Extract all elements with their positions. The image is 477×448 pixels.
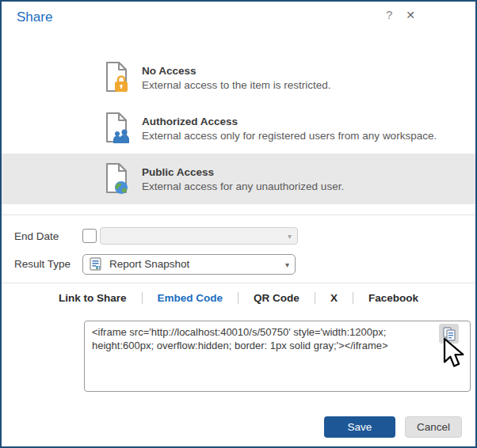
divider: [2, 283, 475, 283]
help-icon[interactable]: ?: [386, 8, 392, 21]
report-snapshot-icon: [90, 257, 101, 271]
cancel-button[interactable]: Cancel: [405, 416, 462, 438]
tab-qr-code[interactable]: QR Code: [238, 292, 315, 304]
titlebar-icons: ? ✕: [386, 8, 415, 21]
access-options: No Access External access to the item is…: [2, 52, 475, 204]
result-type-value: Report Snapshot: [109, 258, 189, 270]
divider: [2, 215, 475, 215]
document-globe-icon: [105, 162, 130, 196]
chevron-down-icon: ▾: [288, 232, 292, 241]
share-tabs: Link to Share Embed Code QR Code X Faceb…: [2, 289, 475, 306]
end-date-input[interactable]: [101, 228, 297, 244]
share-dialog: Share ? ✕ No Access: [0, 0, 477, 448]
dialog-title: Share: [17, 9, 52, 25]
option-texts: No Access External access to the item is…: [142, 65, 331, 91]
option-public-access[interactable]: Public Access External access for any un…: [2, 154, 475, 204]
end-date-checkbox[interactable]: [82, 229, 97, 243]
copy-icon: [443, 327, 456, 341]
document-lock-icon: [105, 61, 130, 94]
tab-x[interactable]: X: [315, 292, 353, 304]
result-type-row: Result Type Report Snapshot ▾: [2, 253, 475, 275]
chevron-down-icon: ▾: [285, 260, 289, 268]
option-texts: Authorized Access External access only f…: [142, 116, 437, 142]
result-type-label: Result Type: [14, 258, 82, 270]
embed-code-area: <iframe src='http://localhost:40010/s/50…: [84, 321, 471, 392]
footer-buttons: Save Cancel: [324, 416, 462, 438]
option-no-access[interactable]: No Access External access to the item is…: [2, 52, 475, 103]
option-title: Authorized Access: [142, 116, 437, 127]
option-description: External access to the item is restricte…: [142, 79, 331, 91]
tab-embed-code[interactable]: Embed Code: [143, 292, 238, 304]
tab-link-to-share[interactable]: Link to Share: [44, 292, 142, 304]
copy-button[interactable]: [439, 324, 459, 344]
end-date-label: End Date: [14, 230, 82, 242]
end-date-row: End Date ▾: [2, 226, 475, 245]
tab-facebook[interactable]: Facebook: [353, 292, 433, 304]
option-title: Public Access: [142, 166, 344, 178]
close-icon[interactable]: ✕: [406, 9, 415, 21]
option-title: No Access: [142, 65, 331, 77]
dialog-titlebar: Share ? ✕: [2, 2, 475, 36]
option-texts: Public Access External access for any un…: [142, 166, 344, 192]
result-type-select[interactable]: Report Snapshot ▾: [82, 254, 296, 275]
option-description: External access for any unauthorized use…: [142, 180, 344, 192]
end-date-field: ▾: [100, 227, 298, 245]
option-authorized-access[interactable]: Authorized Access External access only f…: [2, 103, 475, 154]
save-button[interactable]: Save: [324, 416, 395, 438]
document-users-icon: [105, 112, 130, 145]
embed-code-textarea[interactable]: <iframe src='http://localhost:40010/s/50…: [84, 321, 471, 392]
option-description: External access only for registered user…: [142, 130, 437, 142]
